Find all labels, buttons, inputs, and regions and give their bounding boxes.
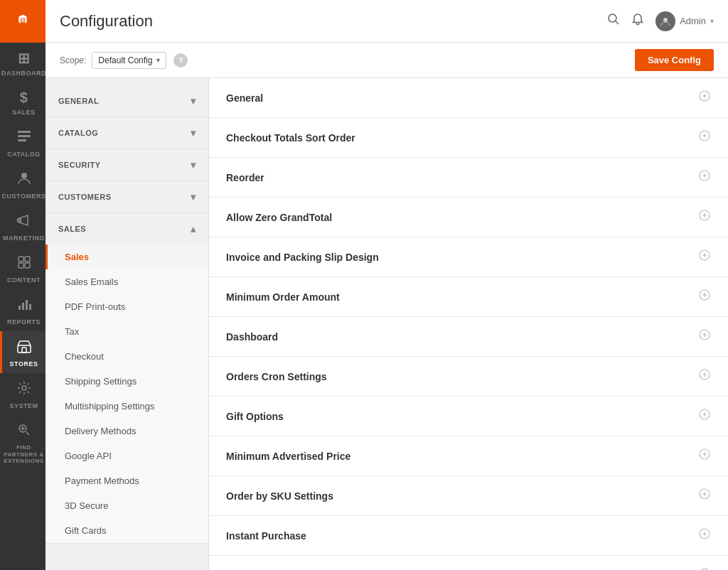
sidebar-item-pdf-printouts[interactable]: PDF Print-outs bbox=[46, 294, 208, 319]
svg-point-17 bbox=[609, 14, 616, 22]
find-icon bbox=[16, 422, 32, 441]
sidebar-section-customers: Customers ▾ bbox=[46, 181, 208, 213]
scope-select[interactable]: Default Config ▾ bbox=[92, 52, 166, 69]
config-item-label-gift-options: Gift Options bbox=[226, 411, 284, 422]
svg-rect-0 bbox=[18, 131, 31, 133]
scope-label: Scope: bbox=[60, 55, 86, 65]
nav-item-dashboard[interactable]: ⊞ Dashboard bbox=[0, 43, 46, 82]
config-item-label-minimum-advertised: Minimum Advertised Price bbox=[226, 451, 350, 462]
sidebar-section-general: General ▾ bbox=[46, 85, 208, 117]
config-item-general[interactable]: General bbox=[209, 78, 728, 118]
nav-label-dashboard: Dashboard bbox=[1, 70, 46, 77]
config-item-label-general: General bbox=[226, 92, 263, 104]
main-config-content: General Checkout Totals Sort Order Reord… bbox=[209, 78, 728, 570]
collapse-icon-minimum-advertised bbox=[698, 448, 711, 464]
system-icon bbox=[16, 380, 32, 399]
config-item-gift-options[interactable]: Gift Options bbox=[209, 397, 728, 436]
magento-logo[interactable] bbox=[0, 0, 46, 43]
sidebar-section-header-customers[interactable]: Customers ▾ bbox=[46, 181, 208, 213]
customers-icon bbox=[16, 171, 32, 190]
nav-item-find[interactable]: Find Partners & Extensions bbox=[0, 415, 46, 470]
nav-item-customers[interactable]: Customers bbox=[0, 163, 46, 205]
user-menu[interactable]: Admin ▾ bbox=[655, 11, 714, 31]
collapse-icon-instant-purchase bbox=[698, 527, 711, 544]
sidebar-item-delivery-methods[interactable]: Delivery Methods bbox=[46, 419, 208, 443]
config-item-orders-cron[interactable]: Orders Cron Settings bbox=[209, 357, 728, 397]
config-item-invoice-packing[interactable]: Invoice and Packing Slip Design bbox=[209, 237, 728, 277]
sidebar-item-multishipping-settings[interactable]: Multishipping Settings bbox=[46, 394, 208, 419]
collapse-icon-minimum-order bbox=[698, 289, 711, 305]
main-area: Configuration bbox=[46, 0, 728, 570]
nav-label-sales: Sales bbox=[12, 109, 36, 116]
nav-item-catalog[interactable]: Catalog bbox=[0, 122, 46, 163]
config-item-reorder[interactable]: Reorder bbox=[209, 158, 728, 198]
search-icon[interactable] bbox=[607, 13, 620, 29]
sidebar-section-header-catalog[interactable]: Catalog ▾ bbox=[46, 117, 208, 149]
sidebar-section-security: Security ▾ bbox=[46, 149, 208, 181]
sidebar-item-gift-cards[interactable]: Gift Cards bbox=[46, 518, 208, 543]
svg-rect-2 bbox=[18, 139, 26, 141]
svg-rect-10 bbox=[22, 303, 24, 310]
config-item-dashboard[interactable]: Dashboard bbox=[209, 317, 728, 357]
user-name: Admin bbox=[680, 16, 706, 26]
sidebar-section-label-catalog: Catalog bbox=[58, 129, 98, 137]
nav-item-system[interactable]: System bbox=[0, 373, 46, 415]
sidebar-item-payment-methods[interactable]: Payment Methods bbox=[46, 468, 208, 493]
sidebar-section-header-general[interactable]: General ▾ bbox=[46, 85, 208, 117]
config-item-list: General Checkout Totals Sort Order Reord… bbox=[209, 78, 728, 570]
nav-item-reports[interactable]: Reports bbox=[0, 289, 46, 331]
sidebar-section-label-sales: Sales bbox=[58, 225, 86, 233]
config-item-allow-zero-grandtotal[interactable]: Allow Zero GrandTotal bbox=[209, 198, 728, 237]
nav-label-marketing: Marketing bbox=[3, 235, 45, 242]
nav-item-content[interactable]: Content bbox=[0, 247, 46, 289]
sidebar-item-3d-secure[interactable]: 3D Secure bbox=[46, 493, 208, 518]
user-chevron-icon: ▾ bbox=[710, 17, 714, 25]
svg-point-3 bbox=[21, 173, 27, 178]
scope-chevron-icon: ▾ bbox=[156, 56, 160, 64]
nav-item-sales[interactable]: $ Sales bbox=[0, 82, 46, 122]
collapse-icon-gift-options bbox=[698, 408, 711, 424]
config-item-minimum-order[interactable]: Minimum Order Amount bbox=[209, 277, 728, 317]
dashboard-icon: ⊞ bbox=[18, 50, 31, 67]
nav-label-reports: Reports bbox=[7, 318, 41, 326]
sidebar-item-sales-emails[interactable]: Sales Emails bbox=[46, 269, 208, 294]
reports-icon bbox=[16, 296, 32, 316]
svg-point-15 bbox=[22, 386, 26, 390]
save-config-button[interactable]: Save Config bbox=[635, 49, 714, 71]
sidebar-item-tax[interactable]: Tax bbox=[46, 319, 208, 344]
chevron-down-icon: ▾ bbox=[191, 127, 196, 139]
chevron-up-icon: ▴ bbox=[191, 223, 196, 235]
config-item-checkout-totals[interactable]: Checkout Totals Sort Order bbox=[209, 118, 728, 158]
collapse-icon-orders-cron bbox=[698, 368, 711, 385]
sidebar-section-header-security[interactable]: Security ▾ bbox=[46, 149, 208, 181]
svg-rect-13 bbox=[18, 345, 31, 353]
config-item-instant-purchase[interactable]: Instant Purchase bbox=[209, 516, 728, 556]
config-item-order-by-sku[interactable]: Order by SKU Settings bbox=[209, 476, 728, 516]
notifications-icon[interactable] bbox=[631, 13, 644, 29]
sidebar-item-checkout[interactable]: Checkout bbox=[46, 344, 208, 369]
marketing-icon bbox=[16, 213, 32, 232]
stores-icon bbox=[16, 338, 32, 357]
sidebar-section-label-customers: Customers bbox=[58, 193, 112, 201]
config-item-label-minimum-order: Minimum Order Amount bbox=[226, 291, 340, 303]
collapse-icon-invoice-packing bbox=[698, 249, 711, 265]
help-icon[interactable]: ? bbox=[173, 53, 188, 68]
sidebar-item-shipping-settings[interactable]: Shipping Settings bbox=[46, 369, 208, 394]
nav-item-stores[interactable]: Stores bbox=[0, 331, 46, 373]
svg-rect-7 bbox=[18, 263, 23, 268]
nav-item-marketing[interactable]: Marketing bbox=[0, 205, 46, 247]
content-area: General ▾ Catalog ▾ Security ▾ bbox=[46, 78, 728, 570]
config-item-label-instant-purchase: Instant Purchase bbox=[226, 530, 306, 542]
nav-label-system: System bbox=[9, 402, 38, 409]
config-item-label-allow-zero-grandtotal: Allow Zero GrandTotal bbox=[226, 212, 332, 223]
config-item-archiving[interactable]: Orders, Invoices, Shipments, Credit Memo… bbox=[209, 556, 728, 570]
nav-label-catalog: Catalog bbox=[7, 151, 41, 158]
sidebar-section-header-sales[interactable]: Sales ▴ bbox=[46, 213, 208, 244]
config-sidebar: General ▾ Catalog ▾ Security ▾ bbox=[46, 78, 209, 570]
svg-point-18 bbox=[663, 18, 668, 22]
svg-rect-8 bbox=[25, 263, 30, 268]
sidebar-item-google-api[interactable]: Google API bbox=[46, 443, 208, 468]
sidebar-item-sales[interactable]: Sales bbox=[46, 244, 208, 269]
chevron-down-icon: ▾ bbox=[191, 95, 196, 107]
config-item-minimum-advertised[interactable]: Minimum Advertised Price bbox=[209, 436, 728, 476]
